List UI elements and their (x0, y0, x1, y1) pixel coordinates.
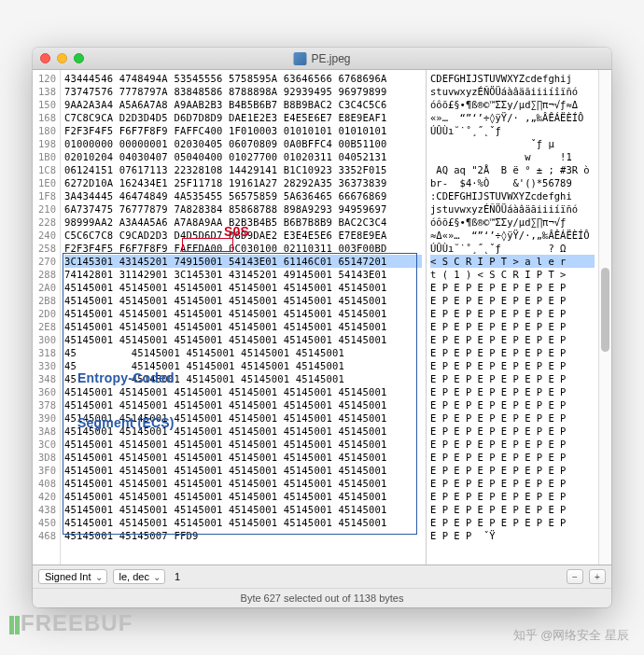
ascii-row[interactable]: E P E P E P E P E P E P (430, 346, 595, 359)
hex-view[interactable]: 1201381501681801981B01C81E01F82102282402… (33, 70, 611, 564)
hex-row[interactable]: 45145001 45145001 45145001 45145001 4514… (64, 398, 422, 411)
minimize-button[interactable] (57, 53, 67, 63)
close-button[interactable] (40, 53, 50, 63)
hex-row[interactable]: 45 45145001 45145001 45145001 45145001 (64, 346, 422, 359)
offset-value: 468 (36, 529, 58, 542)
ascii-row[interactable]: CDEFGHIJSTUVWXYZcdefghij (430, 72, 595, 85)
hex-row[interactable]: 02010204 04030407 05040400 01027700 0102… (64, 150, 422, 163)
hex-row[interactable]: 43444546 4748494A 53545556 5758595A 6364… (64, 72, 422, 85)
ascii-row[interactable]: < S C R I P T > a l e r (430, 255, 595, 268)
titlebar[interactable]: PE.jpeg (33, 48, 611, 70)
hex-row[interactable]: 3A434445 46474849 4A535455 56575859 5A63… (64, 189, 422, 202)
vertical-scrollbar[interactable] (598, 70, 611, 564)
type-select[interactable]: Signed Int (38, 569, 107, 584)
ascii-row[interactable]: E P E P E P E P E P E P (430, 477, 595, 490)
offset-value: 360 (36, 385, 58, 398)
ascii-row[interactable]: :CDEFGHIJSTUVWXYZcdefghi (430, 189, 595, 202)
ascii-row[interactable]: E P E P E P E P E P E P (430, 307, 595, 320)
hex-row[interactable]: 45 45145001 45145001 45145001 45145001 (64, 372, 422, 385)
ascii-row[interactable]: E P E P E P E P E P E P (430, 385, 595, 398)
ascii-row[interactable]: E P E P E P E P E P E P (430, 451, 595, 464)
ascii-column[interactable]: CDEFGHIJSTUVWXYZcdefghijstuvwxyzÉÑÖÜáàâä… (426, 70, 598, 564)
hex-row[interactable]: 06124151 07617113 22328108 14429141 B1C1… (64, 163, 422, 176)
hex-row[interactable]: 45145001 45145001 45145001 45145001 4514… (64, 333, 422, 346)
plus-button[interactable]: + (589, 569, 606, 584)
hex-row[interactable]: 45145001 45145001 45145001 45145001 4514… (64, 503, 422, 516)
ascii-row[interactable]: óôõ£§•¶ß®©™ΣΣy/µd∑∏π¬√ƒ≈Δ (430, 98, 595, 111)
offset-value: 168 (36, 111, 58, 124)
offset-value: 318 (36, 346, 58, 359)
ascii-row[interactable]: E P E P E P E P E P E P (430, 516, 595, 529)
ascii-row[interactable]: ˇƒ µ (430, 137, 595, 150)
zoom-button[interactable] (74, 53, 84, 63)
hex-row[interactable]: 45145001 45145001 45145001 45145001 4514… (64, 425, 422, 438)
hex-row[interactable]: 6A737475 76777879 7A828384 85868788 898A… (64, 202, 422, 216)
endian-select[interactable]: le, dec (113, 569, 165, 584)
hex-row[interactable]: 45145001 45145001 45145001 45145001 4514… (64, 307, 422, 320)
ascii-row[interactable]: ÚÛÙı˘˙˚¸˝˛ˇƒ ? Ω (430, 242, 595, 255)
ascii-row[interactable]: E P E P E P E P E P E P (430, 320, 595, 333)
ascii-row[interactable]: E P E P E P E P E P E P (430, 294, 595, 307)
ascii-row[interactable]: E P E P E P E P E P E P (430, 425, 595, 438)
ascii-row[interactable]: E P E P E P E P E P E P (430, 281, 595, 294)
hex-row[interactable]: 45145001 45145001 45145001 45145001 4514… (64, 477, 422, 490)
hex-row[interactable]: 45145001 45145007 FFD9 (64, 529, 422, 542)
ascii-row[interactable]: stuvwxyzÉÑÖÜáàâäãiiiíîïñó (430, 85, 595, 98)
footer: Signed Int le, dec 1 − + Byte 627 select… (33, 564, 611, 607)
hex-row[interactable]: 9AA2A3A4 A5A6A7A8 A9AAB2B3 B4B5B6B7 B8B9… (64, 98, 422, 111)
ascii-row[interactable]: E P E P E P E P E P E P (430, 333, 595, 346)
hex-row[interactable]: 45145001 45145001 45145001 45145001 4514… (64, 320, 422, 333)
hex-row[interactable]: 98999AA2 A3A4A5A6 A7A8A9AA B2B3B4B5 B6B7… (64, 216, 422, 229)
ascii-row[interactable]: «»… “”‘’÷◊ÿŸ/· ‚„‰ÂÊÁËÈÍÔ (430, 111, 595, 124)
ascii-row[interactable]: br- $4·%Ò &'()*56789 (430, 176, 595, 189)
hex-row[interactable]: 45145001 45145001 45145001 45145001 4514… (64, 385, 422, 398)
ascii-row[interactable]: jstuvwxyzÉÑÖÜáàâäãiiiíïñó (430, 202, 595, 216)
offset-value: 258 (36, 242, 58, 255)
hex-row[interactable]: 45145001 45145001 45145001 45145001 4514… (64, 451, 422, 464)
offset-value: 180 (36, 124, 58, 137)
title-text: PE.jpeg (311, 52, 350, 65)
ascii-row[interactable]: E P E P E P E P E P E P (430, 438, 595, 451)
hex-row[interactable]: 45145001 45145001 45145001 45145001 4514… (64, 516, 422, 529)
hex-row[interactable]: 45145001 45145001 45145001 45145001 4514… (64, 438, 422, 451)
status-bar: Byte 627 selected out of 1138 bytes (33, 589, 611, 607)
hex-row[interactable]: 45145001 45145001 45145001 45145001 4514… (64, 281, 422, 294)
ascii-row[interactable]: AQ aq "2Å B ë ° ± ; #3R ò (430, 163, 595, 176)
hex-row[interactable]: 3C145301 43145201 74915001 54143E01 6114… (64, 255, 422, 268)
hex-row[interactable]: F2F3F4F5 F6F7F8F9 FAFFC400 1F010003 0101… (64, 124, 422, 137)
ascii-row[interactable]: E P E P E P E P E P E P (430, 464, 595, 477)
ascii-row[interactable]: E P E P E P E P E P E P (430, 359, 595, 372)
ascii-row[interactable]: óôõ£§•¶ß®©™ΣΣy/µd∑∏π¬√ƒ (430, 216, 595, 229)
offset-value: 3C0 (36, 438, 58, 451)
ascii-row[interactable]: E P E P E P E P E P E P (430, 411, 595, 425)
hex-row[interactable]: C5C6C7C8 C9CAD2D3 D4D5D6D7 D8D9DAE2 E3E4… (64, 229, 422, 242)
offset-value: 450 (36, 516, 58, 529)
hex-row[interactable]: 74142801 31142901 3C145301 43145201 4914… (64, 268, 422, 281)
hex-row[interactable]: 6272D10A 162434E1 25F11718 19161A27 2829… (64, 176, 422, 189)
ascii-row[interactable]: E P E P E P E P E P E P (430, 490, 595, 503)
ascii-row[interactable]: E P E P E P E P E P E P (430, 372, 595, 385)
hex-row[interactable]: 45145001 45145001 45145001 45145001 4514… (64, 411, 422, 425)
ascii-row[interactable]: t ( 1 ) < S C R I P T > (430, 268, 595, 281)
offset-value: 3D8 (36, 451, 58, 464)
hex-row[interactable]: F2F3F4F5 F6F7F8F9 FAFFDA00 0C030100 0211… (64, 242, 422, 255)
ascii-row[interactable]: E P E P ˇŸ (430, 529, 595, 542)
ascii-row[interactable]: w !1 (430, 150, 595, 163)
hex-row[interactable]: 73747576 7778797A 83848586 8788898A 9293… (64, 85, 422, 98)
hex-editor-window: PE.jpeg 1201381501681801981B01C81E01F821… (33, 48, 611, 607)
ascii-row[interactable]: E P E P E P E P E P E P (430, 503, 595, 516)
hex-row[interactable]: 45 45145001 45145001 45145001 45145001 (64, 359, 422, 372)
hex-row[interactable]: 45145001 45145001 45145001 45145001 4514… (64, 294, 422, 307)
hex-row[interactable]: 45145001 45145001 45145001 45145001 4514… (64, 490, 422, 503)
offset-value: 390 (36, 411, 58, 425)
scrollbar-thumb[interactable] (601, 268, 609, 352)
ascii-row[interactable]: E P E P E P E P E P E P (430, 398, 595, 411)
ascii-row[interactable]: ≈Δ«»… “”‘’÷◊ÿŸ/·‚„‰ÂÊÁËÈÍÔ (430, 229, 595, 242)
hex-row[interactable]: 01000000 00000001 02030405 06070809 0A0B… (64, 137, 422, 150)
minus-button[interactable]: − (567, 569, 583, 584)
hex-data-column[interactable]: 43444546 4748494A 53545556 5758595A 6364… (61, 70, 426, 564)
hex-row[interactable]: 45145001 45145001 45145001 45145001 4514… (64, 464, 422, 477)
ascii-row[interactable]: ÚÛÙı˘˙˚¸˝˛ˇƒ (430, 124, 595, 137)
hex-row[interactable]: C7C8C9CA D2D3D4D5 D6D7D8D9 DAE1E2E3 E4E5… (64, 111, 422, 124)
value-field[interactable]: 1 (171, 571, 180, 582)
